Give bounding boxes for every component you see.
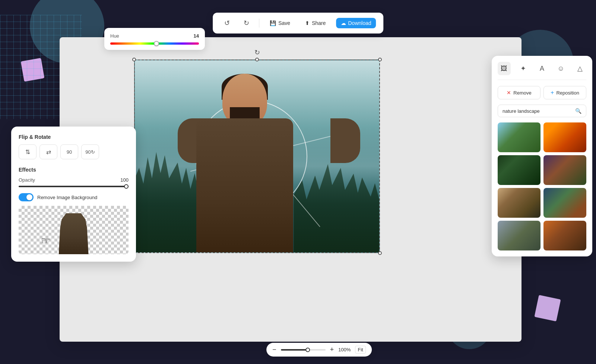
- opacity-value: 100: [120, 177, 129, 183]
- remove-bg-toggle[interactable]: [19, 193, 34, 201]
- panel-icon-image[interactable]: 🖼: [498, 62, 511, 75]
- remove-button[interactable]: ✕ Remove: [498, 86, 540, 99]
- zoom-out-icon: −: [272, 346, 276, 353]
- effects-title: Effects: [19, 167, 129, 173]
- zoom-fit-button[interactable]: Fit: [355, 346, 365, 354]
- cursor-icon: ☞: [41, 234, 50, 247]
- image-thumb-4[interactable]: [543, 155, 586, 185]
- save-label: Save: [278, 20, 290, 26]
- undo-icon: ↺: [224, 19, 230, 27]
- handle-top-right[interactable]: [378, 58, 382, 61]
- plus-icon: +: [551, 89, 554, 96]
- image-thumb-5[interactable]: [498, 188, 540, 218]
- flip-horizontal-button[interactable]: ⇄: [39, 144, 57, 159]
- right-panel: 🖼 ✦ A ☺ △ ✕ Remove + Reposition: [492, 56, 592, 256]
- zoom-slider-fill: [281, 349, 308, 351]
- save-icon: 💾: [270, 20, 276, 26]
- image-thumb-1[interactable]: [498, 122, 540, 152]
- sticky-note-2: [534, 295, 561, 321]
- toolbar-divider: [259, 19, 259, 28]
- emoji-icon: ☺: [558, 65, 564, 73]
- person-body: [196, 118, 293, 252]
- zoom-value: 100%: [338, 347, 351, 352]
- wand-icon: ✦: [520, 64, 526, 73]
- save-button[interactable]: 💾 Save: [265, 18, 295, 28]
- right-panel-icons: 🖼 ✦ A ☺ △: [498, 62, 586, 80]
- zoom-bar: − + 100% Fit: [266, 343, 372, 357]
- image-grid: [498, 122, 586, 250]
- reposition-button[interactable]: + Reposition: [543, 86, 586, 99]
- opacity-slider[interactable]: [19, 186, 129, 187]
- image-frame[interactable]: [134, 60, 380, 253]
- download-button[interactable]: ☁ Download: [336, 18, 376, 28]
- panel-icon-wand[interactable]: ✦: [517, 62, 530, 75]
- download-icon: ☁: [341, 20, 346, 26]
- share-icon: ⬆: [305, 20, 310, 26]
- opacity-slider-fill: [19, 186, 129, 187]
- effects-section: Effects Opacity 100: [19, 167, 129, 187]
- panel-action-row: ✕ Remove + Reposition: [498, 86, 586, 99]
- flip-vertical-icon: ⇅: [25, 149, 30, 156]
- zoom-slider[interactable]: [281, 349, 326, 351]
- opacity-row: Opacity 100: [19, 177, 129, 183]
- hue-slider-thumb[interactable]: [154, 41, 159, 46]
- image-thumb-3[interactable]: [498, 155, 540, 185]
- hue-row: Hue 14: [110, 33, 199, 39]
- panel-icon-shape[interactable]: △: [573, 62, 586, 75]
- canvas-image: [135, 60, 379, 252]
- search-input[interactable]: [503, 108, 572, 114]
- search-icon: 🔍: [575, 108, 581, 114]
- zoom-out-button[interactable]: −: [272, 346, 276, 354]
- remove-label: Remove: [513, 90, 531, 96]
- redo-button[interactable]: ↻: [240, 16, 253, 30]
- panel-icon-emoji[interactable]: ☺: [554, 62, 567, 75]
- handle-top-left[interactable]: [132, 58, 136, 61]
- opacity-slider-thumb[interactable]: [124, 184, 129, 189]
- remove-icon: ✕: [507, 90, 511, 96]
- search-box: 🔍: [498, 105, 586, 117]
- share-label: Share: [312, 20, 326, 26]
- remove-bg-row: Remove Image Background: [19, 193, 129, 201]
- zoom-in-button[interactable]: +: [330, 346, 334, 354]
- handle-bottom-right[interactable]: [378, 251, 382, 255]
- share-button[interactable]: ⬆ Share: [301, 18, 330, 28]
- download-label: Download: [348, 20, 371, 26]
- image-thumb-2[interactable]: [543, 122, 586, 152]
- remove-bg-label: Remove Image Background: [37, 195, 97, 200]
- hue-slider-track[interactable]: [110, 42, 199, 45]
- panel-icon-text[interactable]: A: [536, 62, 549, 75]
- person-preview-small: [59, 213, 89, 254]
- text-icon: A: [540, 65, 544, 73]
- reposition-label: Reposition: [556, 90, 579, 96]
- person-figure: [181, 74, 308, 252]
- rotate-ccw-button[interactable]: 90: [60, 144, 78, 159]
- flip-rotate-buttons: ⇅ ⇄ 90 90↻: [19, 144, 129, 159]
- bg-preview: ☞: [19, 206, 129, 254]
- zoom-in-icon: +: [330, 346, 334, 353]
- flip-rotate-title: Flip & Rotate: [19, 134, 129, 140]
- image-icon: 🖼: [501, 65, 507, 73]
- shape-icon: △: [577, 64, 583, 73]
- left-panel: Flip & Rotate ⇅ ⇄ 90 90↻ Effects Opacity…: [11, 127, 136, 262]
- rotate-handle[interactable]: ↻: [254, 48, 260, 57]
- top-toolbar: ↺ ↻ 💾 Save ⬆ Share ☁ Download: [213, 13, 383, 33]
- toggle-thumb: [26, 194, 32, 200]
- redo-icon: ↻: [244, 19, 249, 27]
- zoom-slider-thumb[interactable]: [305, 348, 310, 352]
- hue-value: 14: [194, 33, 199, 39]
- person-shoulder-right: [330, 118, 360, 163]
- image-editor: ↻: [134, 60, 380, 253]
- image-thumb-8[interactable]: [543, 221, 586, 250]
- handle-top-center[interactable]: [255, 58, 259, 61]
- undo-button[interactable]: ↺: [220, 16, 234, 30]
- main-container: ↺ ↻ 💾 Save ⬆ Share ☁ Download Hue 14 ↻: [0, 0, 596, 364]
- image-thumb-6[interactable]: [543, 188, 586, 218]
- rotate-ccw-icon: 90: [67, 149, 72, 155]
- hue-label: Hue: [110, 33, 119, 39]
- flip-vertical-button[interactable]: ⇅: [19, 144, 37, 159]
- flip-horizontal-icon: ⇄: [46, 149, 51, 156]
- image-thumb-7[interactable]: [498, 221, 540, 250]
- hue-panel: Hue 14: [104, 28, 205, 50]
- rotate-cw-button[interactable]: 90↻: [81, 144, 99, 159]
- opacity-label: Opacity: [19, 177, 35, 183]
